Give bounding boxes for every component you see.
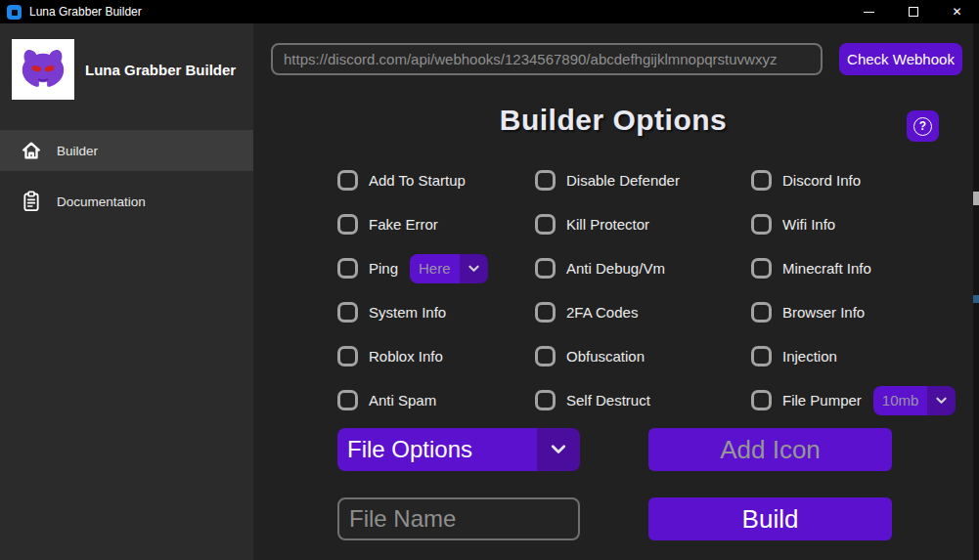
checkbox[interactable] <box>337 214 358 235</box>
file-name-input[interactable] <box>337 497 580 540</box>
checkbox[interactable] <box>751 258 772 279</box>
option-minecraft-info[interactable]: Minecraft Info <box>751 258 956 279</box>
sidebar-item-builder[interactable]: Builder <box>0 130 253 171</box>
option-fake-error[interactable]: Fake Error <box>337 214 535 235</box>
option-obfuscation[interactable]: Obfuscation <box>535 346 751 366</box>
edge-artifact <box>973 192 979 205</box>
option-browser-info[interactable]: Browser Info <box>751 302 956 323</box>
checkbox[interactable] <box>751 390 772 410</box>
minimize-button[interactable] <box>847 0 891 23</box>
page-title: Builder Options <box>253 104 973 137</box>
option-disable-defender[interactable]: Disable Defender <box>535 170 751 191</box>
option-discord-info[interactable]: Discord Info <box>751 170 956 191</box>
checkbox[interactable] <box>337 170 358 191</box>
option-anti-debug-vm[interactable]: Anti Debug/Vm <box>535 258 751 279</box>
option-system-info[interactable]: System Info <box>337 302 535 323</box>
checkbox[interactable] <box>535 258 556 279</box>
devil-mascot-icon <box>17 45 69 94</box>
checkbox[interactable] <box>337 258 358 279</box>
checkbox[interactable] <box>751 302 772 323</box>
file-options-label: File Options <box>337 428 537 471</box>
checkbox[interactable] <box>337 346 358 366</box>
checkbox[interactable] <box>751 170 772 191</box>
app-window: Luna Grabber Builder ✕ Luna Grabber Buil… <box>0 0 979 560</box>
option-roblox-info[interactable]: Roblox Info <box>337 346 535 366</box>
checkbox[interactable] <box>751 346 772 366</box>
chevron-down-icon <box>460 254 488 283</box>
sidebar-item-documentation[interactable]: Documentation <box>0 181 253 222</box>
checkbox[interactable] <box>535 390 556 410</box>
option-2fa-codes[interactable]: 2FA Codes <box>535 302 751 323</box>
screen-edge-strip <box>973 23 979 560</box>
maximize-button[interactable] <box>891 0 935 23</box>
checkbox[interactable] <box>535 170 556 191</box>
help-button[interactable]: ? <box>907 110 939 142</box>
option-add-to-startup[interactable]: Add To Startup <box>337 170 535 191</box>
checkbox[interactable] <box>337 390 358 410</box>
minimize-icon <box>864 12 874 13</box>
options-grid: Add To Startup Disable Defender Discord … <box>337 158 956 422</box>
build-button[interactable]: Build <box>648 497 892 540</box>
home-icon <box>20 139 43 162</box>
option-self-destruct[interactable]: Self Destruct <box>535 390 751 410</box>
maximize-icon <box>909 7 918 17</box>
ping-target-value: Here <box>410 254 460 283</box>
edge-artifact <box>973 295 979 303</box>
option-ping[interactable]: Ping Here <box>337 254 535 283</box>
ping-target-dropdown[interactable]: Here <box>410 254 488 283</box>
check-webhook-button[interactable]: Check Webhook <box>839 43 962 75</box>
option-kill-protector[interactable]: Kill Protector <box>535 214 751 235</box>
sidebar-item-label: Builder <box>57 144 98 158</box>
window-controls: ✕ <box>847 0 979 23</box>
checkbox[interactable] <box>337 302 358 323</box>
checkbox[interactable] <box>535 346 556 366</box>
option-wifi-info[interactable]: Wifi Info <box>751 214 956 235</box>
option-file-pumper[interactable]: File Pumper 10mb <box>751 386 956 415</box>
checkbox[interactable] <box>535 302 556 323</box>
window-title: Luna Grabber Builder <box>29 5 142 19</box>
file-pumper-size-dropdown[interactable]: 10mb <box>873 386 957 415</box>
option-anti-spam[interactable]: Anti Spam <box>337 390 535 410</box>
option-injection[interactable]: Injection <box>751 346 956 366</box>
main-panel: Check Webhook Builder Options ? Add To S… <box>253 23 973 560</box>
titlebar: Luna Grabber Builder ✕ <box>0 0 979 23</box>
file-pumper-size-value: 10mb <box>873 386 928 415</box>
sidebar: Luna Grabber Builder Builder Documentati… <box>0 23 253 560</box>
chevron-down-icon <box>537 428 580 471</box>
brand-row: Luna Grabber Builder <box>12 39 236 100</box>
brand-name: Luna Grabber Builder <box>85 62 236 78</box>
checkbox[interactable] <box>535 214 556 235</box>
clipboard-icon <box>20 190 43 213</box>
luna-logo <box>12 39 74 100</box>
add-icon-button[interactable]: Add Icon <box>648 428 892 471</box>
webhook-url-input[interactable] <box>271 43 823 75</box>
chevron-down-icon <box>927 386 956 415</box>
checkbox[interactable] <box>751 214 772 235</box>
question-mark-icon: ? <box>913 117 932 136</box>
sidebar-item-label: Documentation <box>57 194 146 209</box>
sidebar-nav: Builder Documentation <box>0 130 253 222</box>
close-button[interactable]: ✕ <box>935 0 979 23</box>
file-options-dropdown[interactable]: File Options <box>337 428 580 471</box>
app-icon <box>7 5 22 20</box>
close-icon: ✕ <box>952 5 961 19</box>
